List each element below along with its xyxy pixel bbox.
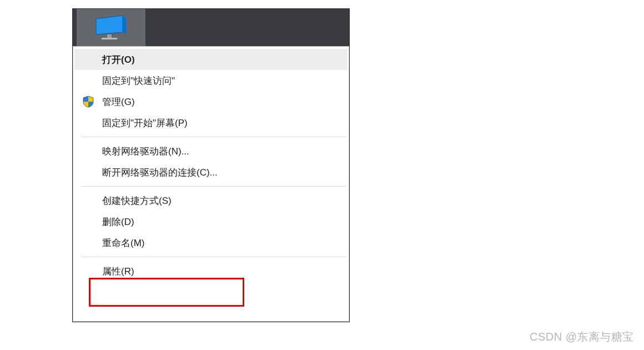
screenshot-frame: 打开(O) 固定到"快速访问" 管理(G) 固定到"开始"屏幕(P) (72, 8, 350, 322)
menu-item-label: 打开(O) (102, 53, 348, 66)
svg-marker-2 (123, 16, 126, 34)
context-menu: 打开(O) 固定到"快速访问" 管理(G) 固定到"开始"屏幕(P) (73, 46, 349, 322)
menu-item-disconnect-network-drive[interactable]: 断开网络驱动器的连接(C)... (74, 162, 348, 183)
menu-item-label: 属性(R) (102, 265, 348, 278)
menu-item-label: 固定到"开始"屏幕(P) (102, 117, 348, 129)
menu-item-rename[interactable]: 重命名(M) (74, 232, 348, 253)
menu-item-label: 管理(G) (102, 96, 348, 108)
taskbar-button-this-pc[interactable] (77, 9, 145, 46)
menu-item-label: 删除(D) (102, 216, 348, 228)
separator (81, 137, 346, 137)
shield-icon (82, 96, 94, 108)
monitor-icon (95, 16, 127, 40)
menu-item-properties[interactable]: 属性(R) (74, 261, 348, 282)
menu-item-create-shortcut[interactable]: 创建快捷方式(S) (74, 190, 348, 211)
menu-item-label: 固定到"快速访问" (102, 74, 348, 87)
menu-item-delete[interactable]: 删除(D) (74, 211, 348, 232)
svg-rect-3 (107, 34, 112, 38)
menu-item-map-network-drive[interactable]: 映射网络驱动器(N)... (74, 141, 348, 162)
taskbar (73, 9, 349, 46)
menu-item-pin-start[interactable]: 固定到"开始"屏幕(P) (74, 112, 348, 133)
menu-item-open[interactable]: 打开(O) (74, 49, 348, 70)
menu-item-label: 映射网络驱动器(N)... (102, 145, 348, 158)
menu-item-label: 创建快捷方式(S) (102, 194, 348, 207)
menu-item-label: 断开网络驱动器的连接(C)... (102, 166, 348, 179)
separator (81, 186, 346, 187)
menu-item-manage[interactable]: 管理(G) (74, 91, 348, 112)
menu-item-label: 重命名(M) (102, 237, 348, 249)
separator (81, 257, 346, 257)
svg-rect-4 (102, 38, 117, 39)
watermark: CSDN @东离与糖宝 (530, 329, 634, 344)
icon-slot (74, 96, 102, 108)
menu-item-pin-quick-access[interactable]: 固定到"快速访问" (74, 70, 348, 91)
